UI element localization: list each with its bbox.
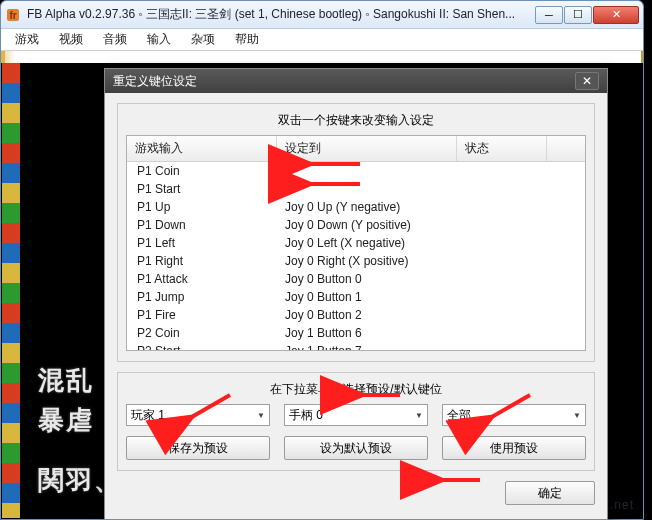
- cell-input: P1 Fire: [127, 306, 277, 324]
- menu-misc[interactable]: 杂项: [183, 29, 223, 50]
- table-row[interactable]: P2 StartJoy 1 Button 7: [127, 342, 585, 351]
- dialog-close-button[interactable]: ✕: [575, 72, 599, 90]
- cell-status: [457, 306, 547, 324]
- toolbar-strip: [1, 51, 643, 63]
- cell-input: P2 Start: [127, 342, 277, 351]
- device-select[interactable]: 手柄 0: [284, 404, 428, 426]
- list-header: 游戏输入 设定到 状态: [127, 136, 585, 162]
- col-setto[interactable]: 设定到: [277, 136, 457, 161]
- player-select[interactable]: 玩家 1: [126, 404, 270, 426]
- dialog-titlebar[interactable]: 重定义键位设定 ✕: [105, 69, 607, 93]
- dialog-title: 重定义键位设定: [113, 73, 197, 90]
- cell-setto: Joy 0 Up (Y negative): [277, 198, 457, 216]
- cell-input: P1 Attack: [127, 270, 277, 288]
- table-row[interactable]: P1 AttackJoy 0 Button 0: [127, 270, 585, 288]
- bindings-list[interactable]: 游戏输入 设定到 状态 P1 Coin5P1 Start1P1 UpJoy 0 …: [126, 135, 586, 351]
- cell-input: P1 Left: [127, 234, 277, 252]
- table-row[interactable]: P1 JumpJoy 0 Button 1: [127, 288, 585, 306]
- menu-game[interactable]: 游戏: [7, 29, 47, 50]
- table-row[interactable]: P1 RightJoy 0 Right (X positive): [127, 252, 585, 270]
- key-config-dialog: 重定义键位设定 ✕ 双击一个按键来改变输入设定 游戏输入 设定到 状态 P1 C…: [104, 68, 608, 520]
- cell-status: [457, 324, 547, 342]
- cell-status: [457, 216, 547, 234]
- cell-status: [457, 180, 547, 198]
- cell-status: [457, 252, 547, 270]
- col-input[interactable]: 游戏输入: [127, 136, 277, 161]
- table-row[interactable]: P1 Start1: [127, 180, 585, 198]
- cell-status: [457, 288, 547, 306]
- cell-input: P1 Right: [127, 252, 277, 270]
- cell-setto: 5: [277, 162, 457, 180]
- cell-input: P1 Up: [127, 198, 277, 216]
- window-controls: ─ ☐ ✕: [535, 6, 639, 24]
- bindings-group: 双击一个按键来改变输入设定 游戏输入 设定到 状态 P1 Coin5P1 Sta…: [117, 103, 595, 362]
- table-row[interactable]: P1 Coin5: [127, 162, 585, 180]
- bg-text-2: 暴虐: [38, 403, 94, 438]
- app-title: FB Alpha v0.2.97.36 ◦ 三国志II: 三圣剑 (set 1,…: [27, 6, 535, 23]
- svg-text:fr: fr: [9, 10, 16, 21]
- cell-setto: 1: [277, 180, 457, 198]
- minimize-button[interactable]: ─: [535, 6, 563, 24]
- app-titlebar[interactable]: fr FB Alpha v0.2.97.36 ◦ 三国志II: 三圣剑 (set…: [1, 1, 643, 29]
- preset-group-title: 在下拉菜单中选择预设/默认键位: [126, 381, 586, 398]
- cell-input: P1 Start: [127, 180, 277, 198]
- cell-status: [457, 342, 547, 351]
- cell-setto: Joy 0 Button 2: [277, 306, 457, 324]
- cell-input: P1 Down: [127, 216, 277, 234]
- maximize-button[interactable]: ☐: [564, 6, 592, 24]
- menu-audio[interactable]: 音频: [95, 29, 135, 50]
- cell-setto: Joy 0 Down (Y positive): [277, 216, 457, 234]
- bindings-group-title: 双击一个按键来改变输入设定: [126, 112, 586, 129]
- close-button[interactable]: ✕: [593, 6, 639, 24]
- table-row[interactable]: P1 LeftJoy 0 Left (X negative): [127, 234, 585, 252]
- bg-text-1: 混乱: [38, 363, 94, 398]
- menu-video[interactable]: 视频: [51, 29, 91, 50]
- cell-status: [457, 198, 547, 216]
- table-row[interactable]: P1 DownJoy 0 Down (Y positive): [127, 216, 585, 234]
- cell-setto: Joy 0 Button 0: [277, 270, 457, 288]
- save-preset-button[interactable]: 保存为预设: [126, 436, 270, 460]
- cell-input: P1 Jump: [127, 288, 277, 306]
- cell-status: [457, 270, 547, 288]
- ok-button[interactable]: 确定: [505, 481, 595, 505]
- use-preset-button[interactable]: 使用预设: [442, 436, 586, 460]
- cell-setto: Joy 0 Button 1: [277, 288, 457, 306]
- set-default-button[interactable]: 设为默认预设: [284, 436, 428, 460]
- menu-help[interactable]: 帮助: [227, 29, 267, 50]
- cell-setto: Joy 0 Left (X negative): [277, 234, 457, 252]
- menubar: 游戏 视频 音频 输入 杂项 帮助: [1, 29, 643, 51]
- app-icon: fr: [5, 7, 21, 23]
- preset-group: 在下拉菜单中选择预设/默认键位 玩家 1 手柄 0 全部 保存为预设 设为默认预…: [117, 372, 595, 471]
- table-row[interactable]: P1 UpJoy 0 Up (Y negative): [127, 198, 585, 216]
- cell-input: P2 Coin: [127, 324, 277, 342]
- cell-status: [457, 234, 547, 252]
- game-art-strip: [2, 63, 20, 518]
- table-row[interactable]: P2 CoinJoy 1 Button 6: [127, 324, 585, 342]
- cell-status: [457, 162, 547, 180]
- cell-input: P1 Coin: [127, 162, 277, 180]
- menu-input[interactable]: 输入: [139, 29, 179, 50]
- cell-setto: Joy 0 Right (X positive): [277, 252, 457, 270]
- table-row[interactable]: P1 FireJoy 0 Button 2: [127, 306, 585, 324]
- col-status[interactable]: 状态: [457, 136, 547, 161]
- cell-setto: Joy 1 Button 7: [277, 342, 457, 351]
- cell-setto: Joy 1 Button 6: [277, 324, 457, 342]
- scope-select[interactable]: 全部: [442, 404, 586, 426]
